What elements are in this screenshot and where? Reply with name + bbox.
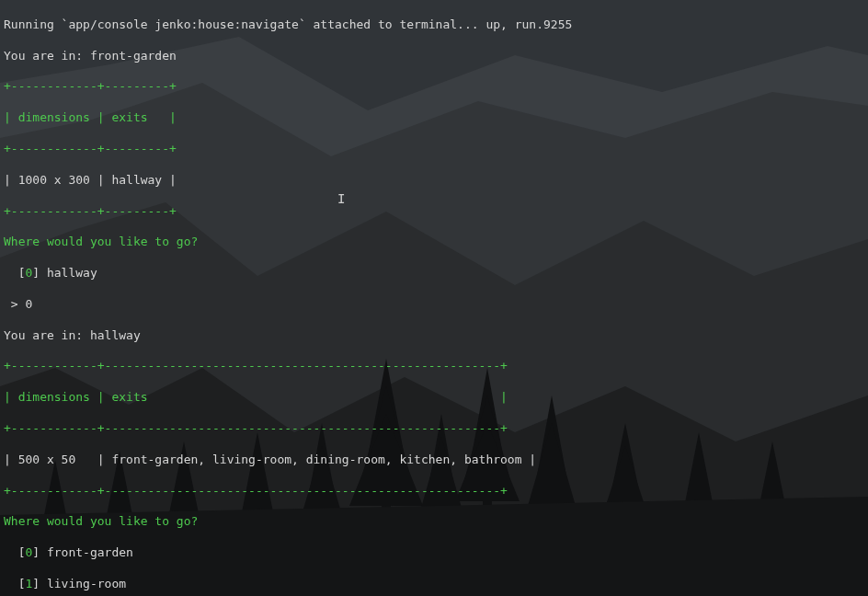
- table1-col-exits: exits: [111, 110, 147, 124]
- table1-border-bot: +------------+---------+: [4, 204, 864, 220]
- running-status-line: Running `app/console jenko:house:navigat…: [4, 17, 864, 33]
- table2-row: | 500 x 50 | front-garden, living-room, …: [4, 453, 864, 468]
- table1-border-mid: +------------+---------+: [4, 142, 864, 157]
- location-line-1: You are in: front-garden: [4, 49, 864, 64]
- prompt1-answer-line: > 0: [4, 297, 864, 313]
- table2-col-exits: exits: [111, 390, 147, 404]
- table2-header: | dimensions | exits |: [4, 390, 864, 406]
- table2-border-mid: +------------+--------------------------…: [4, 421, 864, 437]
- table1-col-dimensions: dimensions: [18, 110, 90, 124]
- prompt2-option-1: [1] living-room: [4, 577, 864, 592]
- table2-col-dimensions: dimensions: [18, 390, 90, 404]
- location-line-2: You are in: hallway: [4, 328, 864, 344]
- table2-border-bot: +------------+--------------------------…: [4, 484, 864, 499]
- terminal-output[interactable]: Running `app/console jenko:house:navigat…: [0, 0, 868, 596]
- prompt2-option-0: [0] front-garden: [4, 545, 864, 561]
- table1-border-top: +------------+---------+: [4, 79, 864, 95]
- table1-header: | dimensions | exits |: [4, 110, 864, 126]
- prompt2-question: Where would you like to go?: [4, 514, 864, 530]
- prompt1-option-0: [0] hallway: [4, 266, 864, 281]
- table1-row: | 1000 x 300 | hallway |: [4, 173, 864, 189]
- prompt1-question: Where would you like to go?: [4, 235, 864, 250]
- table2-border-top: +------------+--------------------------…: [4, 359, 864, 374]
